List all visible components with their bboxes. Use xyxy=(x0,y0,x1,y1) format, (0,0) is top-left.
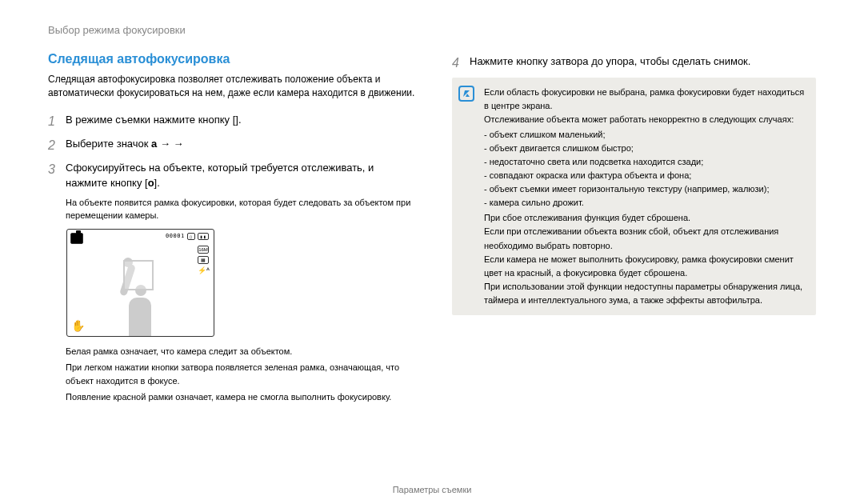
step-1: 1 В режиме съемки нажмите кнопку [ ]. xyxy=(48,112,416,131)
focus-frame xyxy=(123,260,154,290)
stabilization-icon: ✋ xyxy=(71,320,82,331)
note-green: При легком нажатии кнопки затвора появля… xyxy=(66,361,416,387)
bold-key: o xyxy=(148,177,154,189)
step-text-end: ]. xyxy=(154,177,160,189)
step-text-end: ]. xyxy=(235,114,241,126)
camera-preview-illustration: 00001 ▯ ▮▮ 16M ▦ ⚡ᴬ xyxy=(66,229,214,337)
battery-icon: ▮▮ xyxy=(198,233,209,240)
info-icon xyxy=(458,86,474,102)
step-number: 2 xyxy=(48,136,59,155)
step-text: Выберите значок xyxy=(66,138,151,150)
page-header: Выбор режима фокусировки xyxy=(48,24,816,36)
info-line: При использовании этой функции недоступн… xyxy=(484,280,805,307)
info-bullet: камера сильно дрожит. xyxy=(484,196,805,210)
info-bullet: недостаточно света или подсветка находит… xyxy=(484,155,805,169)
info-line: Если область фокусировки не выбрана, рам… xyxy=(484,86,805,113)
step-number: 4 xyxy=(452,54,463,73)
preview-side-icons: 16M ▦ ⚡ᴬ xyxy=(198,246,209,274)
arrow: → xyxy=(170,138,186,150)
quality-icon: ▦ xyxy=(198,256,209,264)
info-line: Если при отслеживании объекта возник сбо… xyxy=(484,225,805,252)
step-text: Нажмите кнопку затвора до упора, чтобы с… xyxy=(470,54,816,73)
info-bullet: объект слишком маленький; xyxy=(484,128,805,142)
info-bullet: совпадают окраска или фактура объекта и … xyxy=(484,169,805,182)
step-text: В режиме съемки нажмите кнопку [ xyxy=(66,114,235,126)
preview-topbar: 00001 ▯ ▮▮ xyxy=(166,233,209,240)
step-text: Сфокусируйтесь на объекте, который требу… xyxy=(66,162,374,190)
section-title: Следящая автофокусировка xyxy=(48,52,416,66)
info-bullet: объект съемки имеет горизонтальную текст… xyxy=(484,182,805,196)
sd-card-icon: ▯ xyxy=(187,233,195,240)
info-bullets: объект слишком маленький; объект двигает… xyxy=(484,128,805,210)
resolution-badge: 16M xyxy=(198,246,209,254)
note-white: Белая рамка означает, что камера следит … xyxy=(66,345,416,358)
step-3: 3 Сфокусируйтесь на объекте, который тре… xyxy=(48,160,416,191)
step-4: 4 Нажмите кнопку затвора до упора, чтобы… xyxy=(452,54,816,73)
step-2: 2 Выберите значок a → → xyxy=(48,136,416,155)
info-line: Отслеживание объекта может работать неко… xyxy=(484,113,805,126)
info-box: Если область фокусировки не выбрана, рам… xyxy=(452,78,816,315)
info-bullet: объект двигается слишком быстро; xyxy=(484,142,805,155)
step-3-sub: На объекте появится рамка фокусировки, к… xyxy=(66,196,416,222)
footer-text: Параметры съемки xyxy=(0,485,864,494)
step-number: 1 xyxy=(48,112,59,131)
step-number: 3 xyxy=(48,160,59,191)
info-line: При сбое отслеживания функция будет сбро… xyxy=(484,211,805,225)
arrow: → xyxy=(157,138,170,150)
frame-color-notes: Белая рамка означает, что камера следит … xyxy=(66,345,416,404)
intro-text: Следящая автофокусировка позволяет отсле… xyxy=(48,73,416,101)
flash-auto-icon: ⚡ᴬ xyxy=(198,266,209,274)
camera-mode-icon xyxy=(70,233,83,244)
info-line: Если камера не может выполнить фокусиров… xyxy=(484,253,805,280)
note-red: Появление красной рамки означает, камера… xyxy=(66,390,416,404)
shot-counter: 00001 xyxy=(166,233,185,239)
